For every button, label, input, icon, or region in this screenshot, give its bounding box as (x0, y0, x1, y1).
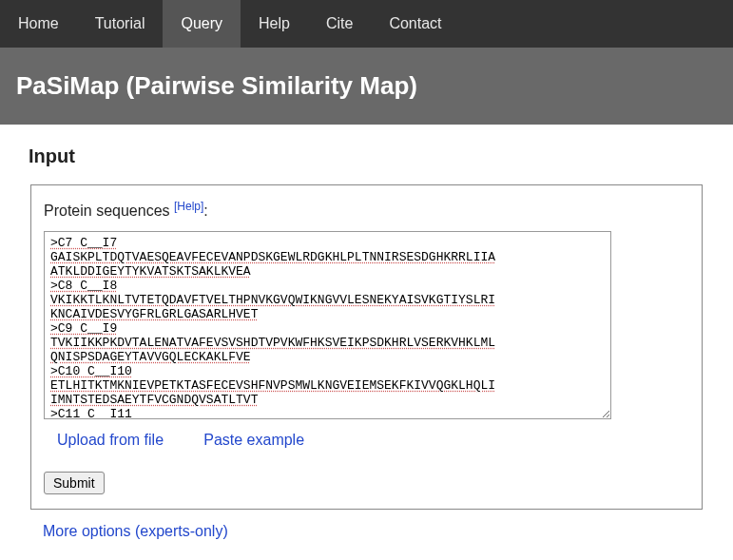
more-options-link[interactable]: More options (experts-only) (43, 523, 704, 540)
paste-example-link[interactable]: Paste example (203, 432, 304, 448)
help-link[interactable]: [Help] (174, 200, 203, 213)
navbar: Home Tutorial Query Help Cite Contact (0, 0, 733, 48)
nav-query[interactable]: Query (163, 0, 241, 48)
upload-from-file-link[interactable]: Upload from file (57, 432, 164, 448)
title-bar: PaSiMap (Pairwise Similarity Map) (0, 48, 733, 125)
field-label: Protein sequences (44, 203, 174, 219)
link-row: Upload from file Paste example (44, 432, 689, 449)
nav-contact[interactable]: Contact (371, 0, 459, 48)
nav-cite[interactable]: Cite (308, 0, 371, 48)
field-colon: : (203, 203, 207, 219)
nav-help[interactable]: Help (241, 0, 308, 48)
submit-button[interactable]: Submit (44, 472, 105, 494)
sequence-textarea[interactable] (44, 231, 611, 419)
nav-home[interactable]: Home (0, 0, 77, 48)
submit-row: Submit (44, 472, 689, 494)
nav-tutorial[interactable]: Tutorial (77, 0, 164, 48)
content: Input Protein sequences [Help]: Upload f… (0, 125, 733, 550)
page-title: PaSiMap (Pairwise Similarity Map) (16, 71, 717, 101)
field-label-row: Protein sequences [Help]: (44, 200, 689, 220)
section-heading: Input (29, 145, 704, 167)
input-box: Protein sequences [Help]: Upload from fi… (30, 184, 703, 510)
